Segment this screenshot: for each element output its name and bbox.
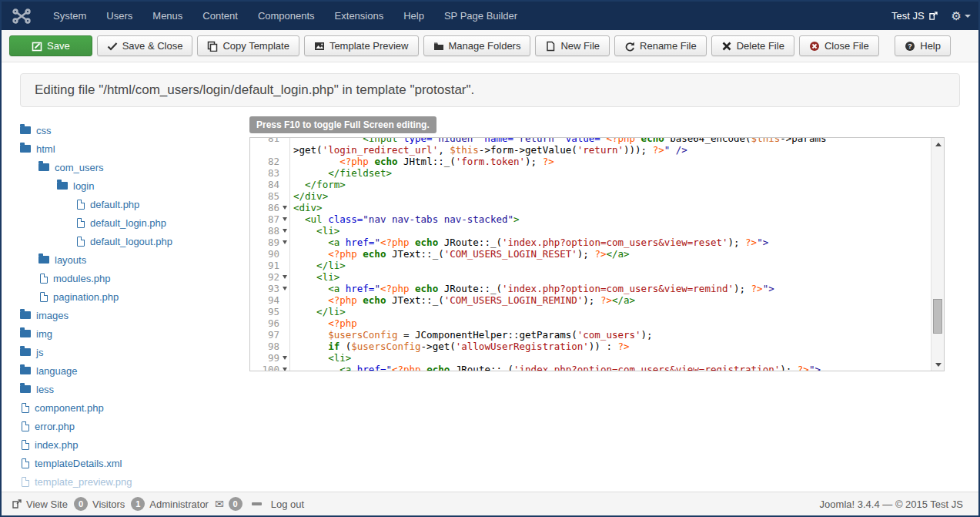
line-number: 83 <box>268 167 279 179</box>
x-icon <box>721 41 732 52</box>
fold-arrow-icon[interactable] <box>283 229 287 233</box>
visitors-stat[interactable]: 0Visitors <box>74 497 125 511</box>
scroll-down-button[interactable] <box>932 358 945 371</box>
gutter-cell: 100 <box>250 364 290 371</box>
nav-item-sp-page-builder[interactable]: SP Page Builder <box>434 2 527 30</box>
tree-item-less[interactable]: less <box>20 380 249 398</box>
copy-template-label: Copy Template <box>222 40 289 52</box>
tree-item-templatedetails-xml[interactable]: templateDetails.xml <box>20 454 249 472</box>
line-number: 85 <box>268 190 279 202</box>
page-title: Editing file "/html/com_users/login/defa… <box>35 82 945 98</box>
code-line: 91 </li> <box>250 260 931 271</box>
fold-arrow-icon[interactable] <box>283 356 287 360</box>
joomla-logo-icon[interactable] <box>12 8 32 24</box>
tree-item-html[interactable]: html <box>20 139 249 158</box>
file-tree: csshtmlcom_userslogindefault.phpdefault_… <box>20 116 249 492</box>
messages-link[interactable]: ✉ 0 <box>215 497 242 511</box>
code-text: if ($usersConfig->get('allowUserRegistra… <box>290 341 630 352</box>
nav-item-components[interactable]: Components <box>248 2 325 30</box>
tree-item-default-logout-php[interactable]: default_logout.php <box>20 232 249 250</box>
rename-file-button[interactable]: Rename File <box>614 35 707 56</box>
tree-item-default-login-php[interactable]: default_login.php <box>20 213 249 232</box>
view-site-link[interactable]: View Site <box>12 499 68 510</box>
new-file-button[interactable]: New File <box>535 35 610 56</box>
line-number: 96 <box>268 317 279 329</box>
fold-arrow-icon[interactable] <box>283 275 287 279</box>
external-link-icon <box>929 12 938 20</box>
gutter-cell: 91 <box>250 260 290 271</box>
main-content: csshtmlcom_userslogindefault.phpdefault_… <box>2 110 978 492</box>
nav-item-extensions[interactable]: Extensions <box>325 2 394 30</box>
code-text: <input type="hidden" name="return" value… <box>290 138 826 144</box>
fold-arrow-icon[interactable] <box>283 368 287 371</box>
fold-arrow-icon[interactable] <box>283 287 287 290</box>
fold-arrow-icon[interactable] <box>283 206 287 210</box>
help-label: Help <box>920 40 941 52</box>
tree-item-label: com_users <box>55 162 104 173</box>
tree-item-modules-php[interactable]: modules.php <box>20 269 249 287</box>
settings-menu[interactable]: ⚙ <box>952 9 971 23</box>
administrator-stat[interactable]: 1Administrator <box>131 497 209 511</box>
delete-file-button[interactable]: Delete File <box>711 35 794 56</box>
code-line: 96 <?php <box>250 317 931 329</box>
gutter-cell: 88 <box>250 225 290 237</box>
tree-item-default-php[interactable]: default.php <box>20 195 249 213</box>
gutter-cell: 86 <box>250 202 290 213</box>
file-icon <box>40 292 48 302</box>
tree-item-css[interactable]: css <box>20 121 249 139</box>
nav-item-system[interactable]: System <box>43 2 96 30</box>
editor-scrollbar[interactable] <box>931 138 944 371</box>
file-icon <box>77 200 85 210</box>
save-close-button[interactable]: Save & Close <box>97 35 193 56</box>
administrator-count-badge: 1 <box>131 497 145 511</box>
code-line: 82 <?php echo JHtml::_('form.token'); ?> <box>250 156 931 167</box>
fold-arrow-icon[interactable] <box>283 240 287 244</box>
page-title-well: Editing file "/html/com_users/login/defa… <box>20 73 960 107</box>
tree-item-com-users[interactable]: com_users <box>20 158 249 176</box>
fold-arrow-icon[interactable] <box>283 217 287 221</box>
log-out-link[interactable]: Log out <box>271 499 304 510</box>
tree-item-label: js <box>36 347 43 358</box>
code-text: >get('login_redirect_url', $this->form->… <box>290 144 687 156</box>
code-text: <div> <box>290 202 323 213</box>
help-button[interactable]: ?Help <box>895 35 951 56</box>
scrollbar-thumb[interactable] <box>933 299 942 334</box>
line-number: 99 <box>268 352 279 364</box>
tree-item-template-preview-png[interactable]: template_preview.png <box>20 472 249 491</box>
user-menu[interactable]: Test JS <box>891 10 938 22</box>
code-text: </li> <box>290 306 346 317</box>
tree-item-img[interactable]: img <box>20 324 249 343</box>
gutter-cell: 96 <box>250 317 290 329</box>
nav-item-help[interactable]: Help <box>393 2 434 30</box>
code-text: <li> <box>290 225 339 237</box>
nav-item-users[interactable]: Users <box>96 2 142 30</box>
tree-item-error-php[interactable]: error.php <box>20 417 249 435</box>
line-number: 98 <box>268 341 279 352</box>
file-icon <box>22 421 29 431</box>
tree-item-layouts[interactable]: layouts <box>20 250 249 269</box>
tree-item-pagination-php[interactable]: pagination.php <box>20 287 249 306</box>
code-text: </form> <box>290 179 346 190</box>
copy-template-button[interactable]: Copy Template <box>197 35 299 56</box>
tree-item-index-php[interactable]: index.php <box>20 435 249 454</box>
line-number: 100 <box>262 364 279 371</box>
gutter-cell: 98 <box>250 341 290 352</box>
code-editor[interactable]: 81 <input type="hidden" name="return" va… <box>249 137 945 371</box>
tree-item-login[interactable]: login <box>20 176 249 195</box>
nav-item-content[interactable]: Content <box>192 2 248 30</box>
file-icon <box>22 440 29 450</box>
save-button[interactable]: Save <box>9 35 92 56</box>
scroll-up-button[interactable] <box>932 138 945 150</box>
template-preview-button[interactable]: Template Preview <box>304 35 419 56</box>
manage-folders-button[interactable]: Manage Folders <box>423 35 531 56</box>
tree-item-images[interactable]: images <box>20 306 249 324</box>
tree-item-js[interactable]: js <box>20 343 249 361</box>
question-icon: ? <box>905 41 915 52</box>
tree-item-language[interactable]: language <box>20 361 249 380</box>
nav-item-menus[interactable]: Menus <box>142 2 192 30</box>
file-icon <box>22 458 29 468</box>
tree-item-component-php[interactable]: component.php <box>20 398 249 417</box>
close-file-button[interactable]: Close File <box>799 35 879 56</box>
visitors-label: Visitors <box>92 499 125 510</box>
folder-icon <box>20 126 31 134</box>
